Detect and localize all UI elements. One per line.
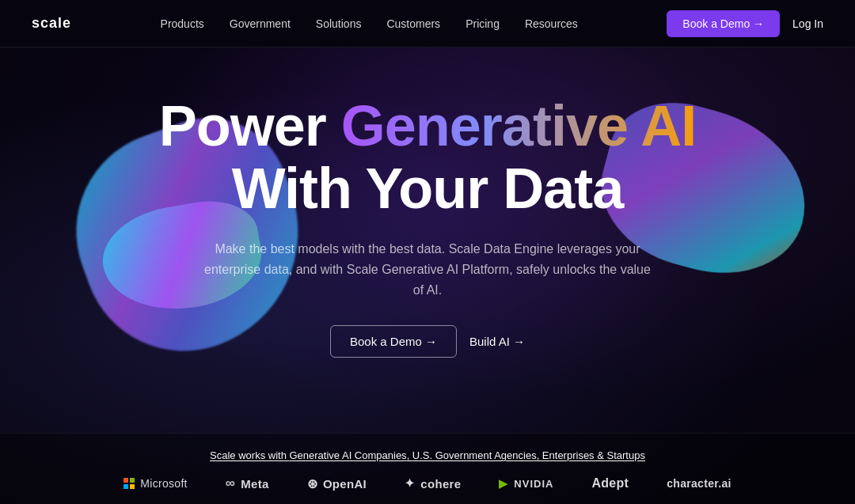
nav-actions: Book a Demo → Log In <box>667 10 823 37</box>
openai-logo: ⊛ OpenAI <box>307 476 367 491</box>
character-label: character.ai <box>667 477 731 490</box>
hero-title-line2: With Your Data <box>159 157 697 220</box>
hero-buttons: Book a Demo → Build AI → <box>159 325 697 358</box>
hero-subtitle: Make the best models with the best data.… <box>198 239 657 300</box>
navbar: scale Products Government Solutions Cust… <box>0 0 855 47</box>
cohere-label: cohere <box>420 477 461 491</box>
hero-content: Power Generative AI With Your Data Make … <box>159 95 697 358</box>
partners-link[interactable]: Generative AI Companies <box>289 449 406 461</box>
nvidia-label: NVIDIA <box>514 478 553 490</box>
partners-text-before: Scale works with <box>210 449 289 461</box>
partners-text-after: , U.S. Government Agencies, Enterprises … <box>407 449 645 461</box>
adept-logo: Adept <box>591 476 629 491</box>
nav-item-pricing[interactable]: Pricing <box>466 17 500 30</box>
nvidia-logo: ▶ NVIDIA <box>499 477 553 490</box>
openai-label: OpenAI <box>323 477 367 491</box>
nav-item-government[interactable]: Government <box>230 17 291 30</box>
meta-icon: ∞ <box>226 476 235 491</box>
nav-item-resources[interactable]: Resources <box>525 17 578 30</box>
hero-build-ai-button[interactable]: Build AI → <box>469 335 525 348</box>
microsoft-logo: Microsoft <box>124 477 188 490</box>
meta-label: Meta <box>241 477 268 491</box>
partners-section: Scale works with Generative AI Companies… <box>0 433 855 504</box>
nav-links: Products Government Solutions Customers … <box>161 17 578 31</box>
logo[interactable]: scale <box>32 15 71 32</box>
hero-section: Power Generative AI With Your Data Make … <box>0 47 855 504</box>
hero-demo-button[interactable]: Book a Demo → <box>330 325 457 358</box>
partners-logos: Microsoft ∞ Meta ⊛ OpenAI ✦ cohere ▶ NVI… <box>0 476 855 491</box>
nav-item-products[interactable]: Products <box>161 17 204 30</box>
meta-logo: ∞ Meta <box>226 476 269 491</box>
hero-title: Power Generative AI With Your Data <box>159 95 697 220</box>
cohere-icon: ✦ <box>405 476 415 491</box>
cohere-logo: ✦ cohere <box>405 476 461 491</box>
nav-item-customers[interactable]: Customers <box>386 17 440 30</box>
partners-description: Scale works with Generative AI Companies… <box>0 449 855 461</box>
hero-title-gradient: Generative AI <box>341 94 697 157</box>
openai-icon: ⊛ <box>307 476 317 491</box>
hero-title-plain: Power <box>159 94 341 157</box>
nvidia-icon: ▶ <box>499 477 508 490</box>
nav-item-solutions[interactable]: Solutions <box>316 17 362 30</box>
book-demo-button[interactable]: Book a Demo → <box>667 10 780 37</box>
hero-title-line1: Power Generative AI <box>159 95 697 157</box>
adept-label: Adept <box>591 476 629 491</box>
login-button[interactable]: Log In <box>792 17 823 30</box>
microsoft-icon <box>124 478 135 489</box>
microsoft-label: Microsoft <box>140 477 188 490</box>
character-ai-logo: character.ai <box>667 477 731 490</box>
